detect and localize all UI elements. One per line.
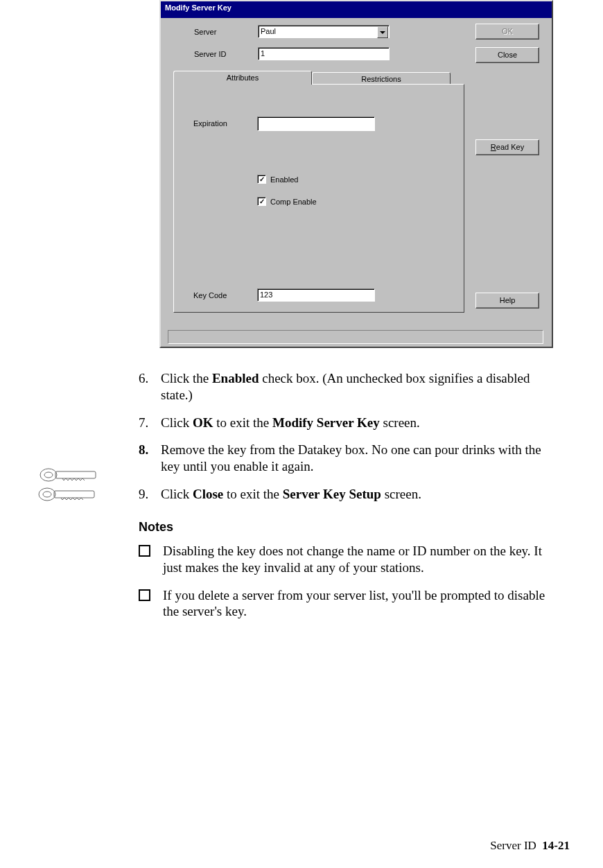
tab-attributes[interactable]: Attributes [173, 71, 312, 85]
note-1: Disabling the key does not change the na… [139, 543, 554, 576]
tab-restrictions[interactable]: Restrictions [312, 72, 451, 85]
step-body: Click the Enabled check box. (An uncheck… [161, 370, 554, 403]
dropdown-button[interactable] [377, 26, 388, 38]
svg-point-1 [44, 472, 53, 478]
note-body: If you delete a server from your server … [163, 587, 554, 620]
step-body: Remove the key from the Datakey box. No … [161, 442, 554, 475]
notes-heading: Notes [139, 519, 554, 535]
ok-button[interactable]: OK [475, 24, 539, 40]
modify-server-key-dialog: Modify Server Key Server Paul Server ID … [159, 0, 553, 348]
key-code-label: Key Code [193, 291, 227, 300]
comp-enable-checkbox[interactable]: ✓ Comp Enable [257, 197, 317, 206]
checkbox-bullet-icon [139, 545, 150, 557]
expiration-input[interactable] [257, 116, 375, 131]
svg-point-0 [40, 469, 57, 481]
server-id-label: Server ID [194, 50, 226, 58]
comp-enable-checkbox-label: Comp Enable [270, 198, 317, 206]
step-number: 9. [139, 486, 161, 503]
enabled-checkbox-label: Enabled [270, 175, 298, 184]
svg-rect-2 [55, 471, 96, 478]
checkbox-bullet-icon [139, 589, 150, 601]
dialog-title: Modify Server Key [161, 1, 552, 18]
key-code-input[interactable]: 123 [257, 288, 375, 302]
read-key-label-rest: ead Key [496, 143, 524, 151]
note-body: Disabling the key does not change the na… [163, 543, 554, 576]
checkbox-box: ✓ [257, 197, 266, 206]
instruction-steps: 6. Click the Enabled check box. (An unch… [139, 370, 554, 631]
step-body: Click OK to exit the Modify Server Key s… [161, 415, 554, 431]
expiration-label: Expiration [193, 119, 227, 128]
checkbox-box: ✓ [257, 175, 266, 184]
enabled-checkbox[interactable]: ✓ Enabled [257, 175, 298, 184]
status-bar [168, 330, 543, 344]
svg-rect-5 [54, 491, 94, 498]
server-id-input[interactable]: 1 [258, 47, 390, 60]
help-button[interactable]: Help [475, 293, 539, 309]
step-number: 7. [139, 415, 161, 431]
close-button[interactable]: Close [475, 47, 539, 63]
step-8: 8. Remove the key from the Datakey box. … [139, 442, 554, 475]
page-footer: Server ID 14-21 [490, 839, 570, 853]
step-7: 7. Click OK to exit the Modify Server Ke… [139, 415, 554, 431]
server-label: Server [194, 28, 216, 36]
footer-page-number: 14-21 [542, 839, 570, 852]
step-number: 6. [139, 370, 161, 403]
server-value: Paul [261, 27, 276, 35]
server-dropdown[interactable]: Paul [258, 25, 390, 38]
svg-point-4 [43, 492, 51, 497]
read-key-button[interactable]: Read Key [475, 139, 539, 155]
footer-section: Server ID [490, 839, 536, 852]
attributes-panel: Expiration ✓ Enabled ✓ Comp Enable Key C… [173, 84, 464, 313]
svg-point-3 [39, 488, 55, 501]
step-9: 9. Click Close to exit the Server Key Se… [139, 486, 554, 503]
keys-icon [35, 461, 111, 510]
note-2: If you delete a server from your server … [139, 587, 554, 620]
step-number: 8. [139, 442, 161, 475]
chevron-down-icon [380, 31, 385, 34]
step-6: 6. Click the Enabled check box. (An unch… [139, 370, 554, 403]
step-body: Click Close to exit the Server Key Setup… [161, 486, 554, 503]
